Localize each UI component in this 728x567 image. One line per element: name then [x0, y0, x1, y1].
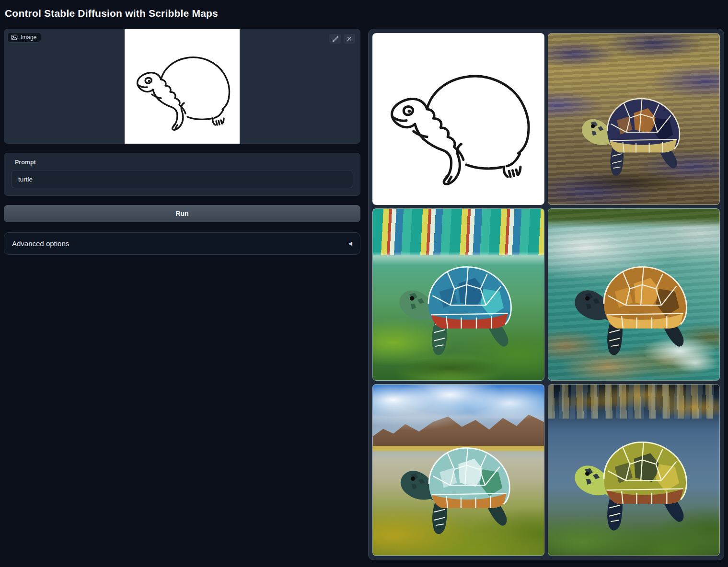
output-gallery — [368, 29, 724, 560]
x-icon — [347, 36, 352, 42]
gallery-item-3[interactable] — [372, 208, 544, 380]
prompt-input[interactable] — [11, 170, 353, 188]
prompt-label: Prompt — [15, 159, 353, 166]
image-input[interactable]: Image — [4, 29, 360, 144]
image-icon — [11, 34, 18, 41]
pencil-icon — [332, 35, 338, 42]
clear-button[interactable] — [344, 34, 355, 44]
gallery-item-6[interactable] — [548, 384, 720, 556]
image-label-badge: Image — [7, 32, 41, 43]
image-label: Image — [21, 34, 36, 41]
gallery-item-2[interactable] — [548, 33, 720, 205]
turtle-image — [554, 407, 715, 544]
gallery-item-4[interactable] — [548, 208, 720, 380]
turtle-image — [554, 231, 715, 368]
run-button[interactable]: Run — [4, 205, 360, 222]
turtle-image — [378, 231, 539, 368]
prompt-block: Prompt — [4, 153, 360, 196]
left-column: Image — [4, 29, 360, 255]
edit-button[interactable] — [329, 34, 341, 44]
gallery-item-5[interactable] — [372, 384, 544, 556]
advanced-options-label: Advanced options — [12, 239, 69, 248]
gallery-item-1[interactable] — [372, 33, 544, 205]
image-toolbar — [329, 34, 355, 44]
turtle-image — [376, 413, 541, 547]
collapse-arrow-icon: ◀ — [348, 240, 352, 247]
turtle-image — [558, 68, 709, 187]
app: Control Stable Diffusion with Scribble M… — [0, 0, 728, 564]
scribble-image — [125, 29, 240, 144]
advanced-options-accordion[interactable]: Advanced options ◀ — [4, 232, 360, 255]
page-title: Control Stable Diffusion with Scribble M… — [5, 8, 724, 19]
main-layout: Image — [4, 29, 724, 560]
